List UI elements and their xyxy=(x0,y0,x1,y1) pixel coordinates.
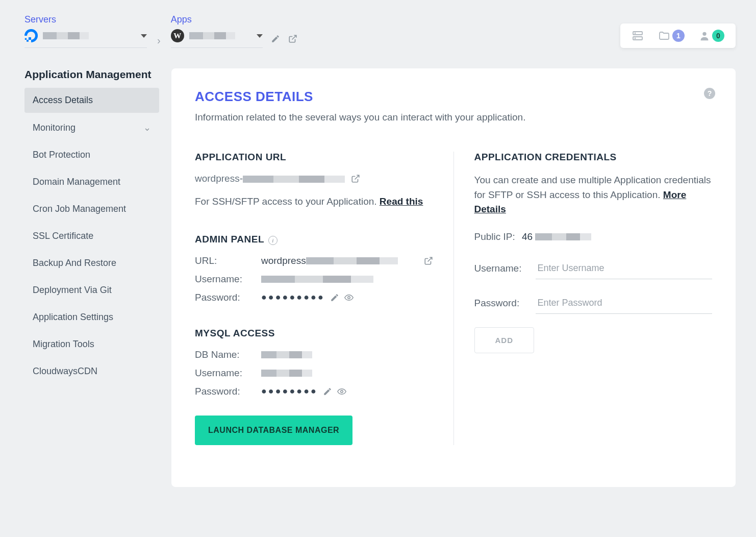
external-link-icon[interactable] xyxy=(288,34,297,43)
server-name-redacted xyxy=(43,32,89,39)
admin-panel-heading: ADMIN PANELi xyxy=(195,234,433,245)
svg-point-4 xyxy=(702,32,706,36)
svg-point-2 xyxy=(635,33,635,33)
external-link-icon[interactable] xyxy=(424,256,433,265)
admin-url-value: wordpress xyxy=(261,255,433,266)
application-url-value: wordpress- xyxy=(195,173,345,184)
sidebar-item-access-details[interactable]: Access Details xyxy=(24,88,159,113)
admin-password-mask: ●●●●●●●●● xyxy=(261,292,325,303)
eye-icon[interactable] xyxy=(337,387,346,396)
top-actions: 1 0 xyxy=(620,23,736,48)
application-credentials-heading: APPLICATION CREDENTIALS xyxy=(474,152,713,163)
projects-badge: 1 xyxy=(672,30,685,42)
sidebar-title: Application Management xyxy=(24,68,159,81)
caret-down-icon xyxy=(257,34,263,38)
chevron-down-icon: ⌄ xyxy=(143,122,151,133)
application-url-heading: APPLICATION URL xyxy=(195,152,433,163)
db-username-value xyxy=(261,370,312,377)
sidebar-item-backup-restore[interactable]: Backup And Restore xyxy=(24,251,159,276)
folder-icon xyxy=(658,30,670,42)
cred-password-input[interactable] xyxy=(536,292,713,314)
admin-username-value xyxy=(261,276,373,283)
digitalocean-icon xyxy=(24,29,38,42)
info-icon[interactable]: i xyxy=(268,236,278,245)
sidebar-item-cron-job-management[interactable]: Cron Job Management xyxy=(24,197,159,222)
mysql-access-heading: MYSQL ACCESS xyxy=(195,328,433,339)
help-icon[interactable]: ? xyxy=(704,88,715,99)
app-name-redacted xyxy=(189,32,235,39)
user-icon xyxy=(699,30,710,41)
credentials-description: You can create and use multiple Applicat… xyxy=(474,173,713,217)
sidebar-item-application-settings[interactable]: Application Settings xyxy=(24,305,159,330)
db-password-label: Password: xyxy=(195,386,261,397)
svg-point-6 xyxy=(341,390,343,393)
svg-point-3 xyxy=(635,38,635,38)
team-indicator[interactable]: 0 xyxy=(699,30,724,42)
launch-database-manager-button[interactable]: LAUNCH DATABASE MANAGER xyxy=(195,416,352,445)
page-subtitle: Information related to the several ways … xyxy=(195,112,712,123)
svg-point-5 xyxy=(348,296,350,299)
public-ip-label: Public IP: xyxy=(474,231,515,242)
servers-breadcrumb-label: Servers xyxy=(24,14,147,25)
db-name-value xyxy=(261,351,312,358)
db-name-label: DB Name: xyxy=(195,349,261,360)
apps-breadcrumb-label: Apps xyxy=(171,14,314,25)
pencil-icon[interactable] xyxy=(323,387,332,396)
wordpress-icon: W xyxy=(171,29,184,42)
sidebar-item-domain-management[interactable]: Domain Management xyxy=(24,169,159,194)
server-list-icon[interactable] xyxy=(632,30,644,42)
pencil-icon[interactable] xyxy=(330,293,339,302)
add-credential-button[interactable]: ADD xyxy=(474,327,535,353)
sidebar-item-deployment-git[interactable]: Deployment Via Git xyxy=(24,278,159,303)
external-link-icon[interactable] xyxy=(351,174,360,183)
eye-icon[interactable] xyxy=(344,293,354,302)
admin-url-label: URL: xyxy=(195,255,261,266)
admin-password-label: Password: xyxy=(195,292,261,303)
sidebar-item-migration-tools[interactable]: Migration Tools xyxy=(24,332,159,357)
public-ip-value: 46 xyxy=(522,231,591,242)
admin-username-label: Username: xyxy=(195,274,261,285)
cred-username-label: Username: xyxy=(474,263,536,274)
db-password-mask: ●●●●●●●● xyxy=(261,386,318,397)
page-title: ACCESS DETAILS xyxy=(195,89,712,105)
app-selector[interactable]: W xyxy=(171,29,263,48)
pencil-icon[interactable] xyxy=(271,34,280,43)
sidebar-item-cloudways-cdn[interactable]: CloudwaysCDN xyxy=(24,359,159,384)
cred-password-label: Password: xyxy=(474,298,536,309)
sidebar-item-ssl-certificate[interactable]: SSL Certificate xyxy=(24,224,159,249)
sidebar-item-bot-protection[interactable]: Bot Protection xyxy=(24,142,159,167)
db-username-label: Username: xyxy=(195,368,261,379)
breadcrumb-separator: › xyxy=(157,35,161,46)
cred-username-input[interactable] xyxy=(536,258,713,279)
read-this-link[interactable]: Read this xyxy=(380,196,423,207)
sidebar-item-monitoring[interactable]: Monitoring⌄ xyxy=(24,115,159,140)
team-badge: 0 xyxy=(712,30,724,42)
ssh-sftp-note: For SSH/SFTP access to your Application.… xyxy=(195,194,433,209)
projects-indicator[interactable]: 1 xyxy=(658,30,685,42)
server-selector[interactable] xyxy=(24,29,147,48)
caret-down-icon xyxy=(141,34,147,38)
